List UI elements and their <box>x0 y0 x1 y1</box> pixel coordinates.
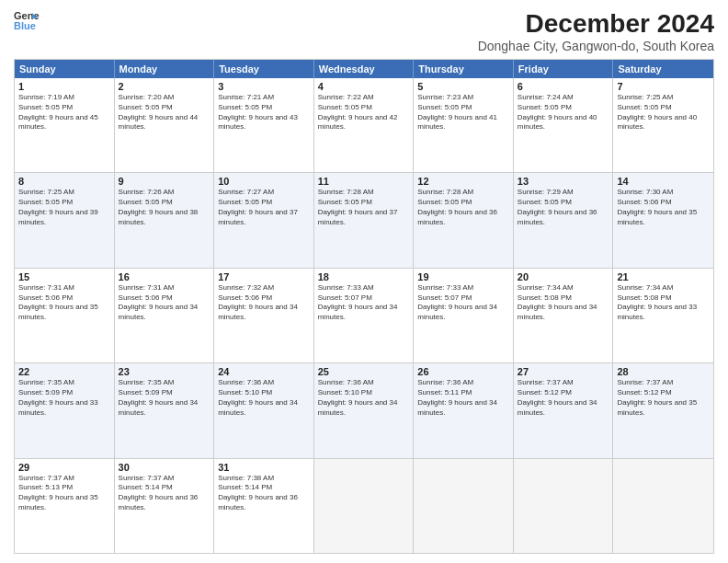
header: General Blue December 2024 Donghae City,… <box>14 9 714 53</box>
header-monday: Monday <box>115 60 215 78</box>
day-10: 10 Sunrise: 7:27 AMSunset: 5:05 PMDaylig… <box>214 173 314 267</box>
empty-2 <box>414 459 514 553</box>
day-14: 14 Sunrise: 7:30 AMSunset: 5:06 PMDaylig… <box>613 173 713 267</box>
day-20: 20 Sunrise: 7:34 AMSunset: 5:08 PMDaylig… <box>514 269 614 362</box>
day-23: 23 Sunrise: 7:35 AMSunset: 5:09 PMDaylig… <box>115 363 215 457</box>
day-17: 17 Sunrise: 7:32 AMSunset: 5:06 PMDaylig… <box>214 269 314 362</box>
subtitle: Donghae City, Gangwon-do, South Korea <box>478 39 714 53</box>
day-11: 11 Sunrise: 7:28 AMSunset: 5:05 PMDaylig… <box>314 173 415 267</box>
day-16: 16 Sunrise: 7:31 AMSunset: 5:06 PMDaylig… <box>115 269 215 362</box>
calendar: Sunday Monday Tuesday Wednesday Thursday… <box>14 59 714 554</box>
header-sunday: Sunday <box>15 60 115 78</box>
day-24: 24 Sunrise: 7:36 AMSunset: 5:10 PMDaylig… <box>214 363 314 457</box>
day-15: 15 Sunrise: 7:31 AMSunset: 5:06 PMDaylig… <box>15 269 115 362</box>
logo: General Blue <box>14 9 40 31</box>
day-26: 26 Sunrise: 7:36 AMSunset: 5:11 PMDaylig… <box>414 363 514 457</box>
day-31: 31 Sunrise: 7:38 AMSunset: 5:14 PMDaylig… <box>214 459 314 553</box>
day-13: 13 Sunrise: 7:29 AMSunset: 5:05 PMDaylig… <box>514 173 614 267</box>
svg-text:Blue: Blue <box>14 20 36 31</box>
day-29: 29 Sunrise: 7:37 AMSunset: 5:13 PMDaylig… <box>15 459 115 553</box>
day-5: 5 Sunrise: 7:23 AMSunset: 5:05 PMDayligh… <box>414 78 514 172</box>
empty-1 <box>314 459 415 553</box>
empty-3 <box>514 459 614 553</box>
day-28: 28 Sunrise: 7:37 AMSunset: 5:12 PMDaylig… <box>613 363 713 457</box>
day-9: 9 Sunrise: 7:26 AMSunset: 5:05 PMDayligh… <box>115 173 215 267</box>
week-row-1: 1 Sunrise: 7:19 AMSunset: 5:05 PMDayligh… <box>15 78 713 172</box>
header-wednesday: Wednesday <box>314 60 415 78</box>
week-row-5: 29 Sunrise: 7:37 AMSunset: 5:13 PMDaylig… <box>15 458 713 553</box>
header-tuesday: Tuesday <box>214 60 314 78</box>
day-12: 12 Sunrise: 7:28 AMSunset: 5:05 PMDaylig… <box>414 173 514 267</box>
day-25: 25 Sunrise: 7:36 AMSunset: 5:10 PMDaylig… <box>314 363 415 457</box>
day-22: 22 Sunrise: 7:35 AMSunset: 5:09 PMDaylig… <box>15 363 115 457</box>
week-row-4: 22 Sunrise: 7:35 AMSunset: 5:09 PMDaylig… <box>15 362 713 457</box>
main-title: December 2024 <box>478 9 714 39</box>
logo-icon: General Blue <box>14 9 40 31</box>
week-row-2: 8 Sunrise: 7:25 AMSunset: 5:05 PMDayligh… <box>15 172 713 267</box>
header-thursday: Thursday <box>414 60 514 78</box>
day-3: 3 Sunrise: 7:21 AMSunset: 5:05 PMDayligh… <box>214 78 314 172</box>
day-6: 6 Sunrise: 7:24 AMSunset: 5:05 PMDayligh… <box>514 78 614 172</box>
day-1: 1 Sunrise: 7:19 AMSunset: 5:05 PMDayligh… <box>15 78 115 172</box>
day-27: 27 Sunrise: 7:37 AMSunset: 5:12 PMDaylig… <box>514 363 614 457</box>
header-saturday: Saturday <box>613 60 713 78</box>
day-8: 8 Sunrise: 7:25 AMSunset: 5:05 PMDayligh… <box>15 173 115 267</box>
calendar-body: 1 Sunrise: 7:19 AMSunset: 5:05 PMDayligh… <box>15 78 713 553</box>
week-row-3: 15 Sunrise: 7:31 AMSunset: 5:06 PMDaylig… <box>15 268 713 362</box>
header-friday: Friday <box>514 60 614 78</box>
empty-4 <box>613 459 713 553</box>
day-30: 30 Sunrise: 7:37 AMSunset: 5:14 PMDaylig… <box>115 459 215 553</box>
calendar-header: Sunday Monday Tuesday Wednesday Thursday… <box>15 60 713 78</box>
page: General Blue December 2024 Donghae City,… <box>0 0 728 563</box>
day-2: 2 Sunrise: 7:20 AMSunset: 5:05 PMDayligh… <box>115 78 215 172</box>
day-18: 18 Sunrise: 7:33 AMSunset: 5:07 PMDaylig… <box>314 269 415 362</box>
title-block: December 2024 Donghae City, Gangwon-do, … <box>478 9 714 53</box>
day-7: 7 Sunrise: 7:25 AMSunset: 5:05 PMDayligh… <box>613 78 713 172</box>
day-4: 4 Sunrise: 7:22 AMSunset: 5:05 PMDayligh… <box>314 78 415 172</box>
day-19: 19 Sunrise: 7:33 AMSunset: 5:07 PMDaylig… <box>414 269 514 362</box>
day-21: 21 Sunrise: 7:34 AMSunset: 5:08 PMDaylig… <box>613 269 713 362</box>
